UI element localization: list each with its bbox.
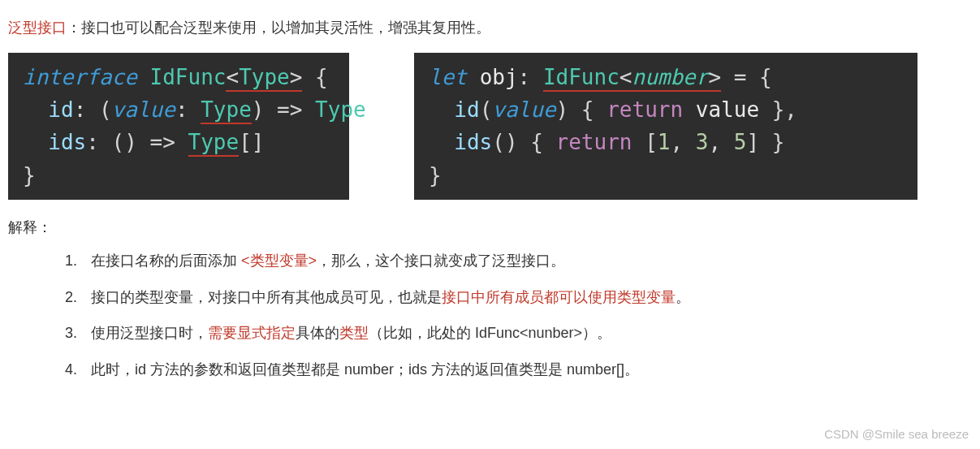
- plain-text: （比如，此处的 IdFunc<nunber>）。: [369, 325, 611, 341]
- intro-body: ：接口也可以配合泛型来使用，以增加其灵活性，增强其复用性。: [67, 19, 490, 36]
- explain-list: 在接口名称的后面添加 <类型变量>，那么，这个接口就变成了泛型接口。 接口的类型…: [8, 249, 972, 382]
- list-item: 此时，id 方法的参数和返回值类型都是 number；ids 方法的返回值类型是…: [81, 358, 972, 382]
- plain-text: 此时，id 方法的参数和返回值类型都是 number；ids 方法的返回值类型是…: [91, 361, 639, 378]
- highlight-text: 类型: [339, 325, 369, 341]
- code-block-usage: let obj: IdFunc<number> = { id(value) { …: [414, 53, 917, 200]
- plain-text: 接口的类型变量，对接口中所有其他成员可见，也就是: [91, 289, 442, 305]
- plain-text: 。: [676, 289, 690, 305]
- code-block-interface: interface IdFunc<Type> { id: (value: Typ…: [8, 53, 349, 200]
- intro-term: 泛型接口: [8, 19, 67, 36]
- intro-paragraph: 泛型接口：接口也可以配合泛型来使用，以增加其灵活性，增强其复用性。: [8, 16, 972, 40]
- highlight-text: <类型变量>: [241, 253, 317, 269]
- plain-text: 使用泛型接口时，: [91, 325, 208, 341]
- plain-text: ，那么，这个接口就变成了泛型接口。: [317, 253, 565, 269]
- highlight-text: 需要显式指定: [208, 325, 296, 341]
- plain-text: 在接口名称的后面添加: [91, 253, 241, 269]
- highlight-text: 接口中所有成员都可以使用类型变量: [442, 289, 676, 305]
- code-blocks-row: interface IdFunc<Type> { id: (value: Typ…: [8, 53, 972, 200]
- list-item: 使用泛型接口时，需要显式指定具体的类型（比如，此处的 IdFunc<nunber…: [81, 322, 972, 345]
- list-item: 接口的类型变量，对接口中所有其他成员可见，也就是接口中所有成员都可以使用类型变量…: [81, 286, 972, 309]
- list-item: 在接口名称的后面添加 <类型变量>，那么，这个接口就变成了泛型接口。: [81, 249, 972, 273]
- explain-heading: 解释：: [8, 216, 972, 240]
- plain-text: 具体的: [296, 325, 339, 341]
